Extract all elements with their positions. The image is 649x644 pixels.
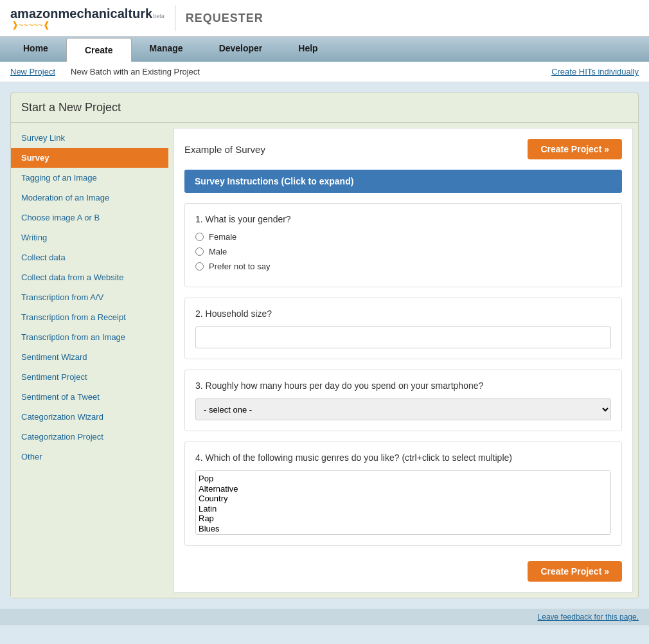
sidebar-item-tagging[interactable]: Tagging of an Image bbox=[11, 168, 168, 188]
sidebar-item-choose-image[interactable]: Choose image A or B bbox=[11, 208, 168, 228]
question-3-text: Roughly how many hours per day do you sp… bbox=[206, 380, 484, 391]
breadcrumb-right: Create HITs individually bbox=[551, 67, 639, 76]
nav-manage[interactable]: Manage bbox=[132, 37, 201, 62]
question-1-title: 1. What is your gender? bbox=[195, 214, 611, 224]
question-block-3: 3. Roughly how many hours per day do you… bbox=[184, 370, 622, 431]
question-4-text: Which of the following music genres do y… bbox=[206, 452, 512, 463]
question-3-title: 3. Roughly how many hours per day do you… bbox=[195, 380, 611, 391]
project-container: Start a New Project Survey Link Survey T… bbox=[10, 93, 639, 598]
radio-male: Male bbox=[195, 247, 611, 256]
question-block-1: 1. What is your gender? Female Male Pref… bbox=[184, 203, 622, 287]
nav-create[interactable]: Create bbox=[66, 38, 132, 62]
question-1-text: What is your gender? bbox=[206, 214, 291, 224]
radio-female-label: Female bbox=[209, 232, 236, 242]
breadcrumb-left: New Project New Batch with an Existing P… bbox=[10, 67, 200, 76]
radio-female-input[interactable] bbox=[195, 233, 204, 241]
breadcrumb-hits[interactable]: Create HITs individually bbox=[551, 67, 639, 76]
smartphone-hours-select[interactable]: - select one - bbox=[195, 398, 611, 420]
question-block-4: 4. Which of the following music genres d… bbox=[184, 442, 622, 546]
question-3-number: 3. bbox=[195, 380, 203, 391]
requester-label: REQUESTER bbox=[186, 12, 263, 25]
nav-help[interactable]: Help bbox=[280, 37, 335, 62]
nav-developer[interactable]: Developer bbox=[201, 37, 281, 62]
breadcrumb-new-project[interactable]: New Project bbox=[10, 67, 55, 76]
feedback-bar: Leave feedback for this page. bbox=[0, 609, 649, 625]
sidebar-item-writing[interactable]: Writing bbox=[11, 228, 168, 247]
sidebar-item-transcription-av[interactable]: Transcription from A/V bbox=[11, 287, 168, 307]
genre-pop: Pop bbox=[199, 474, 608, 484]
question-2-text: Household size? bbox=[206, 309, 272, 319]
instructions-bar[interactable]: Survey Instructions (Click to expand) bbox=[184, 170, 622, 193]
sidebar-item-collect-data-website[interactable]: Collect data from a Website bbox=[11, 267, 168, 287]
genre-rap: Rap bbox=[199, 514, 608, 524]
create-project-button-top[interactable]: Create Project » bbox=[528, 139, 622, 159]
genre-latin: Latin bbox=[199, 504, 608, 514]
sidebar-item-transcription-receipt[interactable]: Transcription from a Receipt bbox=[11, 307, 168, 327]
logo-amazon: amazon bbox=[10, 6, 58, 21]
sidebar-item-categorization-project[interactable]: Categorization Project bbox=[11, 427, 168, 447]
radio-prefer-not: Prefer not to say bbox=[195, 262, 611, 271]
logo-beta: beta bbox=[153, 13, 164, 19]
logo-turk: turk bbox=[128, 6, 152, 21]
radio-male-label: Male bbox=[209, 247, 227, 256]
question-1-number: 1. bbox=[195, 214, 203, 224]
sidebar-item-survey[interactable]: Survey bbox=[11, 148, 168, 168]
breadcrumb: New Project New Batch with an Existing P… bbox=[0, 62, 649, 82]
sidebar-item-sentiment-tweet[interactable]: Sentiment of a Tweet bbox=[11, 387, 168, 407]
feedback-link[interactable]: Leave feedback for this page. bbox=[538, 613, 639, 622]
breadcrumb-existing: New Batch with an Existing Project bbox=[71, 67, 200, 76]
project-body: Survey Link Survey Tagging of an Image M… bbox=[11, 123, 638, 598]
content-area: Example of Survey Create Project » Surve… bbox=[173, 128, 633, 593]
sidebar-item-transcription-image[interactable]: Transcription from an Image bbox=[11, 327, 168, 347]
question-2-title: 2. Household size? bbox=[195, 309, 611, 319]
nav-bar: Home Create Manage Developer Help bbox=[0, 37, 649, 62]
header: amazon mechanical turk beta ❱~~~~~❰ REQU… bbox=[0, 0, 649, 37]
example-label: Example of Survey bbox=[184, 144, 265, 155]
genre-blues: Blues bbox=[199, 524, 608, 534]
sidebar-item-survey-link[interactable]: Survey Link bbox=[11, 128, 168, 148]
radio-male-input[interactable] bbox=[195, 247, 204, 256]
logo: amazon mechanical turk beta ❱~~~~~❰ bbox=[10, 6, 164, 30]
radio-prefer-not-label: Prefer not to say bbox=[209, 262, 270, 271]
question-4-title: 4. Which of the following music genres d… bbox=[195, 452, 611, 463]
music-genres-select[interactable]: Pop Alternative Country Latin Rap Blues bbox=[195, 470, 611, 535]
sidebar-item-sentiment-project[interactable]: Sentiment Project bbox=[11, 367, 168, 387]
create-project-button-bottom[interactable]: Create Project » bbox=[528, 561, 622, 582]
genre-alternative: Alternative bbox=[199, 484, 608, 494]
amazon-smile-icon: ❱~~~~~❰ bbox=[12, 20, 164, 30]
sidebar-item-categorization-wizard[interactable]: Categorization Wizard bbox=[11, 407, 168, 427]
radio-female: Female bbox=[195, 232, 611, 242]
project-title: Start a New Project bbox=[11, 93, 638, 123]
content-footer: Create Project » bbox=[184, 556, 622, 582]
radio-prefer-not-input[interactable] bbox=[195, 262, 204, 271]
sidebar-item-sentiment-wizard[interactable]: Sentiment Wizard bbox=[11, 347, 168, 367]
question-block-2: 2. Household size? bbox=[184, 298, 622, 359]
household-size-input[interactable] bbox=[195, 326, 611, 348]
sidebar: Survey Link Survey Tagging of an Image M… bbox=[11, 123, 168, 598]
genre-country: Country bbox=[199, 494, 608, 504]
sidebar-item-moderation[interactable]: Moderation of an Image bbox=[11, 188, 168, 208]
content-header: Example of Survey Create Project » bbox=[184, 139, 622, 159]
logo-divider bbox=[175, 5, 175, 31]
main-content: Start a New Project Survey Link Survey T… bbox=[0, 82, 649, 609]
nav-home[interactable]: Home bbox=[5, 37, 66, 62]
question-2-number: 2. bbox=[195, 309, 203, 319]
question-4-number: 4. bbox=[195, 452, 203, 463]
sidebar-item-collect-data[interactable]: Collect data bbox=[11, 247, 168, 267]
sidebar-item-other[interactable]: Other bbox=[11, 447, 168, 467]
logo-mechanical: mechanical bbox=[58, 6, 128, 21]
